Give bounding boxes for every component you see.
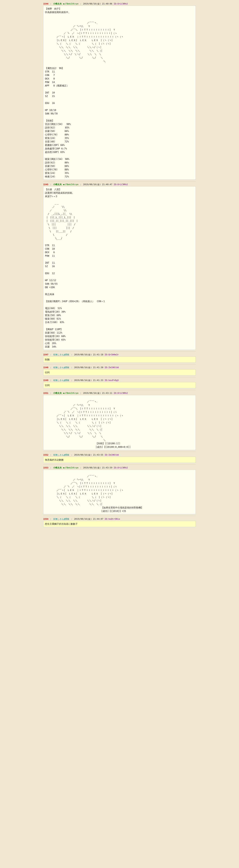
post-trip: ◆uTBmkIV6rpm bbox=[63, 466, 78, 469]
post-date: 2019/08/16(金) 21:43:55 bbox=[74, 454, 103, 456]
post-1552: 1552 ： 名無しさん@慣板 ： 2019/08/16(金) 21:43:55… bbox=[43, 453, 196, 464]
divider bbox=[43, 390, 196, 390]
post-date: 2019/08/16(金) 21:40:47 bbox=[83, 183, 112, 186]
post-name: 名無しさん@慣板 bbox=[53, 518, 70, 520]
post-date: 2019/08/16(金) 21:43:11 bbox=[83, 392, 112, 394]
post-body-1545: 【白連 八賀】 請選擇(填問題成長的技能。 來源下↑＝3 ＿＿ ／ \\ ／ \… bbox=[43, 186, 196, 350]
post-name: 名無しさん@慣板 bbox=[53, 353, 70, 356]
post-name: 名無しさん@慣板 bbox=[53, 366, 70, 369]
post-1549: 1549 ： 名無しさん@慣板 ： 2019/08/16(金) 21:41:33… bbox=[43, 378, 196, 389]
post-header-1547: 1547 ： 名無しさん@慣板 ： 2019/08/16(金) 21:41:18… bbox=[43, 353, 196, 356]
post-id: ID:IkCH6lUd bbox=[105, 366, 119, 369]
post-1544: 1544 ： 小稚太夫 ◆uTBmkIV6rpm ： 2019/08/16(金)… bbox=[43, 2, 196, 181]
post-body-1552: 無意義的当达數數 bbox=[43, 457, 196, 463]
post-header-1554: 1554 ： 名無しさん@慣板 ： 2019/08/16(金) 21:44:07… bbox=[43, 518, 196, 521]
post-date: 2019/08/16(金) 21:40:06 bbox=[83, 2, 112, 5]
post-header-1552: 1552 ： 名無しさん@慣板 ： 2019/08/16(金) 21:43:55… bbox=[43, 454, 196, 456]
post-number: 1548 bbox=[43, 366, 49, 369]
post-1547: 1547 ： 名無しさん@慣板 ： 2019/08/16(金) 21:41:18… bbox=[43, 352, 196, 364]
post-name: 小稚太夫 bbox=[53, 2, 62, 5]
post-header-1551: 1551 ： 小稚太夫 ◆uTBmkIV6rpm ： 2019/08/16(金)… bbox=[43, 392, 196, 395]
divider bbox=[43, 351, 196, 352]
post-header-1545: 1545 ： 小稚太夫 ◆uTBmkIV6rpm ： 2019/08/16(金)… bbox=[43, 183, 196, 186]
post-date: 2019/08/16(金) 21:41:18 bbox=[74, 353, 103, 356]
post-trip: ◆uTBmkIV6rpm bbox=[63, 183, 78, 186]
post-number: 1551 bbox=[43, 392, 49, 394]
post-trip: ◆uTBmkIV6rpm bbox=[63, 392, 78, 394]
post-header-1548: 1548 ： 名無しさん@慣板 ： 2019/08/16(金) 21:41:30… bbox=[43, 366, 196, 369]
post-number: 1544 bbox=[43, 2, 49, 5]
post-body-1549: 伝利 bbox=[43, 382, 196, 389]
post-1545: 1545 ： 小稚太夫 ◆uTBmkIV6rpm ： 2019/08/16(金)… bbox=[43, 182, 196, 351]
post-id: ID:IkCH6lUd bbox=[105, 454, 119, 456]
post-trip: ◆uTBmkIV6rpm bbox=[63, 2, 78, 5]
post-body-1553: ／￣￣ヽ、 ／ ̄ヽ⌒\\ Ｙ ／￣＼ |ＩＴＴＩＩＩＩＩＩＩＩＩ| Ｙ ／ ̄… bbox=[43, 470, 196, 514]
post-name: 小稚太夫 bbox=[53, 392, 62, 394]
post-1551: 1551 ： 小稚太夫 ◆uTBmkIV6rpm ： 2019/08/16(金)… bbox=[43, 391, 196, 451]
post-body-1551: ／￣￣ヽ、 ／ ̄ヽ⌒\\ Ｙ ／￣＼ |ＩＴＴＩＩＩＩＩＩＩＩＩ| Ｙ ／ ̄… bbox=[43, 395, 196, 450]
post-1554: 1554 ： 名無しさん@慣板 ： 2019/08/16(金) 21:44:07… bbox=[43, 517, 196, 528]
post-body-1554: 想生主重觸子的当知道に數數子 bbox=[43, 521, 196, 527]
post-name: 名無しさん@慣板 bbox=[53, 379, 70, 381]
post-1553: 1553 ： 小稚太夫 ◆uTBmkIV6rpm ： 2019/08/16(金)… bbox=[43, 465, 196, 515]
post-date: 2019/08/16(金) 21:44:07 bbox=[74, 518, 103, 520]
post-id: ID:hevP+DgS bbox=[105, 379, 119, 381]
post-number: 1553 bbox=[43, 466, 49, 469]
post-id: ID:QrCW4m3r bbox=[105, 353, 119, 356]
post-id: ID:OrLC9Rh2 bbox=[114, 183, 128, 186]
post-header-1549: 1549 ： 名無しさん@慣板 ： 2019/08/16(金) 21:41:33… bbox=[43, 379, 196, 382]
thread-container: 1544 ： 小稚太夫 ◆uTBmkIV6rpm ： 2019/08/16(金)… bbox=[42, 0, 197, 530]
post-name: 小稚太夫 bbox=[53, 466, 62, 469]
post-number: 1552 bbox=[43, 454, 49, 456]
post-number: 1549 bbox=[43, 379, 49, 381]
post-header-1553: 1553 ： 小稚太夫 ◆uTBmkIV6rpm ： 2019/08/16(金)… bbox=[43, 466, 196, 469]
post-1548: 1548 ： 名無しさん@慣板 ： 2019/08/16(金) 21:41:30… bbox=[43, 365, 196, 376]
post-body-1548: 伝利 bbox=[43, 369, 196, 375]
post-number: 1554 bbox=[43, 518, 49, 520]
post-body-1547: 削難 bbox=[43, 356, 196, 363]
post-id: ID:hoQtr5Rio bbox=[105, 518, 120, 520]
post-date: 2019/08/16(金) 21:43:59 bbox=[83, 466, 112, 469]
divider bbox=[43, 364, 196, 365]
post-id: ID:OrLC9Rh2 bbox=[114, 466, 128, 469]
divider bbox=[43, 377, 196, 377]
post-name: 名無しさん@慣板 bbox=[53, 454, 70, 456]
post-id: ID:OrLC9Rh2 bbox=[114, 392, 128, 394]
post-number: 1545 bbox=[43, 183, 49, 186]
post-body-1544: 【相野 純子】 作為探索役期利成長中。 ／￣￣ヽ、 ／ ̄ヽ⌒\\ Ｙ ／￣＼ … bbox=[43, 6, 196, 180]
post-name: 小稚太夫 bbox=[53, 183, 62, 186]
post-date: 2019/08/16(金) 21:41:33 bbox=[74, 379, 103, 381]
post-number: 1547 bbox=[43, 353, 49, 356]
divider bbox=[43, 452, 196, 452]
post-header-1544: 1544 ： 小稚太夫 ◆uTBmkIV6rpm ： 2019/08/16(金)… bbox=[43, 2, 196, 5]
post-id: ID:OrLC9Rh2 bbox=[114, 2, 128, 5]
post-date: 2019/08/16(金) 21:41:30 bbox=[74, 366, 103, 369]
